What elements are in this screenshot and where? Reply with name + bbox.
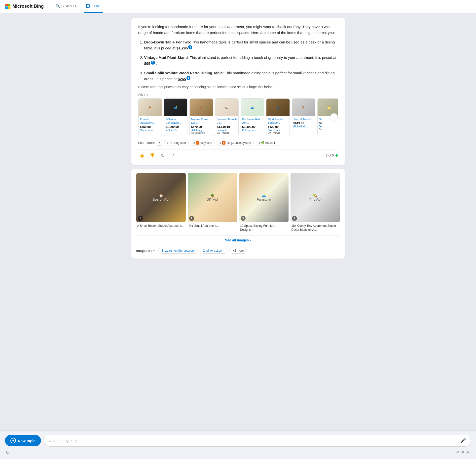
chat-note: Please note that prices may vary dependi… bbox=[138, 85, 338, 89]
source-num-4: 4 bbox=[258, 141, 260, 144]
share-button[interactable]: ↗ bbox=[170, 152, 177, 159]
image-num-1: 1 bbox=[138, 216, 143, 221]
image-caption-4: 18+ Comfy Tiny Apartment Studio Decor Id… bbox=[291, 222, 340, 232]
green-dot-icon bbox=[335, 154, 338, 157]
source-num-1: 1 bbox=[167, 141, 168, 144]
thumbs-down-button[interactable]: 👎 bbox=[149, 152, 156, 159]
images-source-1[interactable]: 1. apartmenttherapy.com bbox=[158, 248, 198, 254]
image-placeholder-4: 🏡Tiny Apt bbox=[291, 173, 340, 222]
ad-card-5[interactable]: 🛋️ Buchanan Roll Arm... $1,499.00 Potter… bbox=[241, 98, 264, 136]
images-grid: 🏠Boston Apt 1 A Small Boston Studio Apar… bbox=[136, 173, 340, 232]
image-thumb-2[interactable]: 🪴DIY Apt 2 bbox=[188, 173, 237, 222]
images-source-more[interactable]: +2 more bbox=[229, 248, 247, 254]
image-placeholder-2: 🪴DIY Apt bbox=[188, 173, 237, 222]
input-placeholder: Ask me anything... bbox=[49, 439, 80, 443]
chat-item-list: Drop-Down Table For Two: This handmade t… bbox=[144, 39, 338, 82]
chat-icon: 💬 bbox=[86, 4, 90, 8]
ad-image-2: 🛋️ bbox=[164, 99, 187, 116]
nav-chat[interactable]: 💬 CHAT bbox=[84, 0, 103, 13]
nav-search-label: SEARCH bbox=[61, 4, 76, 8]
ads-label: Ads i bbox=[138, 93, 338, 96]
cite-badge-2[interactable]: 2 bbox=[151, 61, 155, 65]
carousel-next-button[interactable]: › bbox=[330, 113, 338, 121]
ads-info-icon[interactable]: i bbox=[144, 93, 148, 96]
actions-row: 👍 👎 ⧉ ↗ 2 of 5 bbox=[138, 149, 338, 159]
bing-icon: 🔍 bbox=[169, 141, 173, 145]
ad-info-1: Premier Hospitality... $759.00 Global In… bbox=[139, 116, 162, 134]
search-icon: 🔍 bbox=[56, 4, 60, 8]
ad-card-1[interactable]: 🪑 Premier Hospitality... $759.00 Global … bbox=[138, 98, 162, 136]
ad-name-5: Buchanan Roll Arm... bbox=[242, 117, 262, 125]
mic-icon[interactable]: 🎤 bbox=[460, 438, 466, 443]
ad-price-2: $1,299.00 bbox=[166, 125, 186, 129]
image-item-1: 🏠Boston Apt 1 A Small Boston Studio Apar… bbox=[136, 173, 186, 232]
list-item: Vintage Mod Plant Stand: This plant stan… bbox=[144, 55, 338, 67]
list-item: Small Solid Walnut Wood Retro Dining Tab… bbox=[144, 70, 338, 82]
ad-card-2[interactable]: 🛋️ 3-Seater Upholstere... $1,299.00 InSt… bbox=[164, 98, 187, 136]
see-all-images-button[interactable]: See all images › bbox=[136, 235, 340, 245]
logo-area: Microsoft Bing bbox=[5, 4, 44, 9]
copy-button[interactable]: ⧉ bbox=[159, 152, 166, 159]
ad-store-3: chitaliving bbox=[191, 129, 211, 132]
ad-info-6: Mind Reader Bedside... $129.99 Global In… bbox=[266, 116, 290, 136]
source-chip-3[interactable]: 3 S blog.spacejoy.com bbox=[217, 140, 254, 146]
image-thumb-1[interactable]: 🏠Boston Apt 1 bbox=[136, 173, 186, 222]
char-count-area: 0/2000 ➤ bbox=[455, 449, 470, 455]
ad-price-5: $1,499.00 bbox=[242, 125, 262, 129]
ad-info-2: 3-Seater Upholstere... $1,299.00 InStock… bbox=[164, 116, 187, 134]
image-thumb-3[interactable]: 🛋️Furniture 3 bbox=[239, 173, 289, 222]
ad-card-7[interactable]: 🪑 Safco® Mirella... $619.00 Global Indu.… bbox=[292, 98, 315, 136]
price-3[interactable]: $265 bbox=[178, 77, 186, 81]
ad-card-6[interactable]: 🗄️ Mind Reader Bedside... $129.99 Global… bbox=[266, 98, 290, 136]
ad-views-4: 670+ viewed bbox=[217, 132, 237, 134]
chat-response-card: If you're looking for handmade furniture… bbox=[131, 18, 345, 165]
thumbs-up-button[interactable]: 👍 bbox=[138, 152, 145, 159]
images-from-section: Images from: 1. apartmenttherapy.com 2. … bbox=[136, 248, 340, 254]
image-caption-3: 10 Space Saving Furniture Designs... bbox=[239, 222, 289, 232]
source-num-2: 2 bbox=[193, 141, 195, 144]
ad-image-3: 🪑 bbox=[190, 99, 213, 116]
ad-price-4: $3,149.10 bbox=[217, 125, 237, 129]
price-1[interactable]: $1,295 bbox=[177, 46, 188, 50]
new-topic-button[interactable]: ✦ New topic bbox=[5, 435, 41, 446]
etsy-icon: E bbox=[196, 141, 199, 145]
ad-store-5: Pottery Barn bbox=[242, 129, 262, 132]
image-search-icon[interactable]: ⊙ bbox=[6, 449, 10, 455]
see-all-chevron-icon: › bbox=[250, 238, 251, 242]
main-content: If you're looking for handmade furniture… bbox=[0, 13, 476, 430]
ad-info-7: Safco® Mirella... $619.00 Global Indu... bbox=[292, 116, 315, 130]
ad-store-8: Te... bbox=[319, 125, 338, 128]
response-count-text: 2 of 5 bbox=[326, 153, 334, 157]
image-item-4: 🏡Tiny Apt 4 18+ Comfy Tiny Apartment Stu… bbox=[291, 173, 340, 232]
nav-search[interactable]: 🔍 SEARCH bbox=[54, 0, 78, 13]
item-name-2: Vintage Mod Plant Stand bbox=[144, 55, 188, 60]
input-box[interactable]: Ask me anything... 🎤 bbox=[44, 435, 471, 447]
image-thumb-4[interactable]: 🏡Tiny Apt 4 bbox=[291, 173, 340, 222]
item-name-1: Drop-Down Table For Two bbox=[144, 40, 190, 44]
cite-badge-1[interactable]: 1 bbox=[188, 45, 192, 49]
source-chip-1[interactable]: 1 🔍 bing.com bbox=[164, 140, 189, 146]
source-chip-2[interactable]: 2 E etsy.com bbox=[191, 140, 215, 146]
source-name-3: blog.spacejoy.com bbox=[226, 141, 251, 145]
price-2[interactable]: $95 bbox=[144, 61, 150, 66]
input-row: ✦ New topic Ask me anything... 🎤 bbox=[5, 435, 471, 447]
ad-price-8: $2... bbox=[319, 121, 338, 125]
blog-icon: S bbox=[222, 141, 225, 145]
learn-more-dropdown[interactable]: ▾ bbox=[157, 140, 162, 146]
ad-card-3[interactable]: 🪑 Morees Power Swi... $679.99 chitalivin… bbox=[189, 98, 213, 136]
source-name-2: etsy.com bbox=[200, 141, 212, 145]
ad-card-4[interactable]: 🛏️ Beauvier French Ca... $3,149.10 Front… bbox=[215, 98, 239, 136]
images-source-2[interactable]: 2. pinterest.com bbox=[200, 248, 227, 254]
ads-carousel-container: 🪑 Premier Hospitality... $759.00 Global … bbox=[138, 98, 338, 136]
cite-badge-3[interactable]: 1 bbox=[186, 76, 190, 80]
source-chip-4[interactable]: 4 🌿 houzz.in bbox=[256, 140, 279, 146]
ad-name-7: Safco® Mirella... bbox=[293, 117, 314, 121]
see-all-label: See all images bbox=[225, 238, 249, 242]
ad-info-5: Buchanan Roll Arm... $1,499.00 Pottery B… bbox=[241, 116, 264, 134]
send-button[interactable]: ➤ bbox=[466, 449, 470, 455]
ad-image-1: 🪑 bbox=[139, 99, 162, 116]
ad-views-6: 840+ viewed bbox=[268, 132, 288, 134]
nav-chat-label: CHAT bbox=[92, 4, 101, 8]
new-topic-icon: ✦ bbox=[10, 438, 16, 443]
image-item-2: 🪴DIY Apt 2 DIY Small Apartment... bbox=[188, 173, 237, 232]
